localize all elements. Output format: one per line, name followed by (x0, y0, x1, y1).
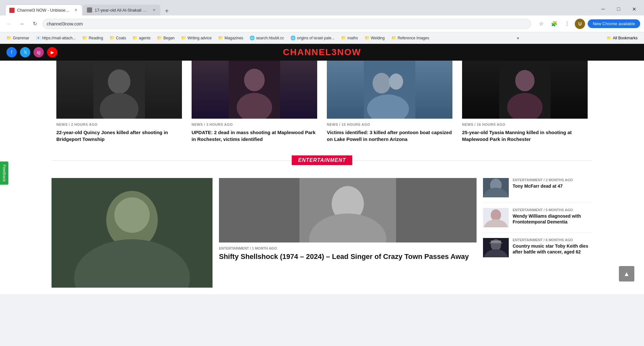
all-bookmarks-button[interactable]: 📁 All Bookmarks (604, 35, 640, 41)
bookmark-hbubli[interactable]: 🌐 search.hbubli.cc (247, 34, 287, 42)
folder-icon-8: 📁 (341, 35, 346, 40)
mail-icon: 📧 (36, 35, 41, 40)
ent-featured-time: 1 month ago (252, 246, 277, 250)
tab-close-button[interactable]: ✕ (73, 8, 78, 13)
svg-rect-30 (489, 242, 502, 243)
news-title-2: UPDATE: 2 dead in mass shooting at Maple… (192, 129, 317, 143)
ent-item-content-3: ENTERTAINMENT / 6 months ago Country mus… (513, 238, 592, 255)
bookmark-label: https://mail-attach... (42, 36, 76, 40)
ent-main-card[interactable] (52, 178, 213, 288)
ent-item-category-2: ENTERTAINMENT (513, 208, 543, 212)
facebook-icon[interactable]: f (6, 47, 17, 57)
maximize-button[interactable]: □ (611, 4, 626, 14)
ent-sidebar-item-3[interactable]: ENTERTAINMENT / 6 months ago Country mus… (483, 238, 592, 262)
settings-icon[interactable]: ⋮ (562, 19, 572, 29)
bookmark-grammar[interactable]: 📁 Grammar (4, 34, 32, 42)
tab-title-2: 17-year-old Ali Al-Shakati arres... (95, 8, 149, 13)
entertainment-divider: ENTERTAINMENT (0, 149, 644, 172)
news-card-3[interactable]: NEWS / 15 hours ago Victims identified: … (322, 61, 457, 149)
ent-featured-image (219, 178, 477, 242)
reload-button[interactable]: ↻ (30, 19, 40, 29)
bookmark-label: agents (139, 36, 150, 40)
ent-item-title-2: Wendy Williams diagnosed with Frontotemp… (513, 213, 592, 225)
ent-sidebar-item-1[interactable]: ENTERTAINMENT / 2 months ago Tony McFarr… (483, 178, 592, 203)
instagram-icon[interactable]: ig (33, 47, 44, 57)
divider-line-left (52, 160, 292, 161)
folder-icon: 📁 (6, 35, 12, 40)
ent-thumb-3 (483, 238, 509, 257)
back-button[interactable]: ← (4, 19, 14, 29)
svg-point-24 (491, 209, 501, 221)
tab-active[interactable]: Channel3 NOW - Unbiased and... ✕ (5, 5, 82, 15)
new-tab-button[interactable]: + (162, 6, 171, 15)
extension-icon[interactable]: 🧩 (549, 19, 559, 29)
news-title-4: 25-year-old Tyasia Manning killed in sho… (462, 129, 588, 143)
entertainment-grid: ENTERTAINMENT / 1 month ago Shifty Shell… (0, 172, 644, 294)
ent-item-meta-2: ENTERTAINMENT / 5 months ago (513, 208, 592, 212)
twitter-icon[interactable]: 𝕏 (20, 47, 30, 57)
bookmark-origins[interactable]: 🌐 origins of israel pale... (288, 34, 337, 42)
feedback-tab[interactable]: Feedback (0, 161, 8, 185)
title-bar: Channel3 NOW - Unbiased and... ✕ 17-year… (0, 0, 644, 15)
social-icons: f 𝕏 ig ▶ (6, 47, 57, 57)
tab-close-button-2[interactable]: ✕ (151, 7, 156, 13)
news-time-4: 16 hours ago (477, 123, 506, 126)
bookmark-label: Grammar (13, 36, 29, 40)
news-card-2[interactable]: NEWS / 3 hours ago UPDATE: 2 dead in mas… (187, 61, 322, 149)
bookmark-welding[interactable]: 📁 Welding (362, 34, 387, 42)
bookmark-coats[interactable]: 📁 Coats (107, 34, 128, 42)
bookmark-magazines[interactable]: 📁 Magazines (215, 34, 246, 42)
bookmark-mail[interactable]: 📧 https://mail-attach... (33, 34, 79, 42)
ent-sidebar-item-2[interactable]: ENTERTAINMENT / 5 months ago Wendy Willi… (483, 208, 592, 233)
news-card-image-4 (462, 61, 588, 119)
svg-point-4 (244, 69, 265, 91)
scroll-top-button[interactable]: ▲ (619, 266, 634, 282)
svg-point-8 (389, 74, 403, 90)
ent-item-category-3: ENTERTAINMENT (513, 238, 543, 242)
news-category-2: NEWS (192, 123, 203, 126)
folder-icon-3: 📁 (109, 35, 115, 40)
bookmark-label: Reference Images (398, 36, 429, 40)
ent-item-meta-1: ENTERTAINMENT / 2 months ago (513, 178, 592, 182)
news-meta-1: NEWS / 2 hours ago (56, 123, 182, 126)
news-meta-3: NEWS / 15 hours ago (327, 123, 452, 126)
bookmark-began[interactable]: 📁 Began (154, 34, 177, 42)
logo-text-end: NOW (337, 47, 361, 57)
bookmark-writing-advice[interactable]: 📁 Writing advice (178, 34, 214, 42)
bookmark-agents[interactable]: 📁 agents (130, 34, 153, 42)
ent-featured-title: Shifty Shellshock (1974 – 2024) – Lead S… (219, 252, 477, 262)
close-button[interactable]: ✕ (627, 4, 641, 14)
news-category-3: NEWS (327, 123, 338, 126)
link-icon: 🌐 (250, 35, 255, 40)
bookmark-reading[interactable]: 📁 Reading (80, 34, 106, 42)
youtube-icon[interactable]: ▶ (47, 47, 57, 57)
news-card-1[interactable]: NEWS / 2 hours ago 22-year-old Quincy Jo… (52, 61, 187, 149)
news-separator-2: / (204, 123, 206, 126)
news-card-4[interactable]: NEWS / 16 hours ago 25-year-old Tyasia M… (457, 61, 592, 149)
ent-item-title-1: Tony McFarr dead at 47 (513, 183, 592, 189)
ent-featured-article[interactable]: ENTERTAINMENT / 1 month ago Shifty Shell… (219, 178, 477, 288)
chrome-update-button[interactable]: New Chrome available (588, 19, 640, 28)
bookmark-maths[interactable]: 📁 maths (338, 34, 361, 42)
site-content: f 𝕏 ig ▶ CHANNEL3NOW NEWS / 2 hours ago (0, 44, 644, 294)
bookmarks-more-button[interactable]: » (515, 35, 521, 41)
tab-inactive[interactable]: 17-year-old Ali Al-Shakati arres... ✕ (83, 5, 160, 15)
bookmark-label: Reading (89, 36, 103, 40)
bookmark-label: Coats (116, 36, 126, 40)
site-logo[interactable]: CHANNEL3NOW (283, 47, 361, 57)
forward-button[interactable]: → (17, 19, 27, 29)
address-bar[interactable]: channel3now.com (43, 19, 531, 29)
profile-icon[interactable]: U (575, 19, 585, 29)
ent-item-time-2: 5 months ago (545, 208, 573, 212)
tab-favicon (9, 8, 14, 13)
svg-point-1 (108, 69, 130, 94)
ent-thumb-1 (483, 178, 509, 197)
folder-icon-10: 📁 (391, 35, 396, 40)
bookmark-label: origins of israel pale... (297, 36, 335, 40)
bookmark-reference-images[interactable]: 📁 Reference Images (389, 34, 432, 42)
url-text: channel3now.com (47, 21, 83, 26)
link-icon-2: 🌐 (290, 35, 296, 40)
news-meta-4: NEWS / 16 hours ago (462, 123, 588, 126)
minimize-button[interactable]: ─ (596, 4, 611, 14)
bookmark-star-icon[interactable]: ☆ (536, 19, 546, 29)
